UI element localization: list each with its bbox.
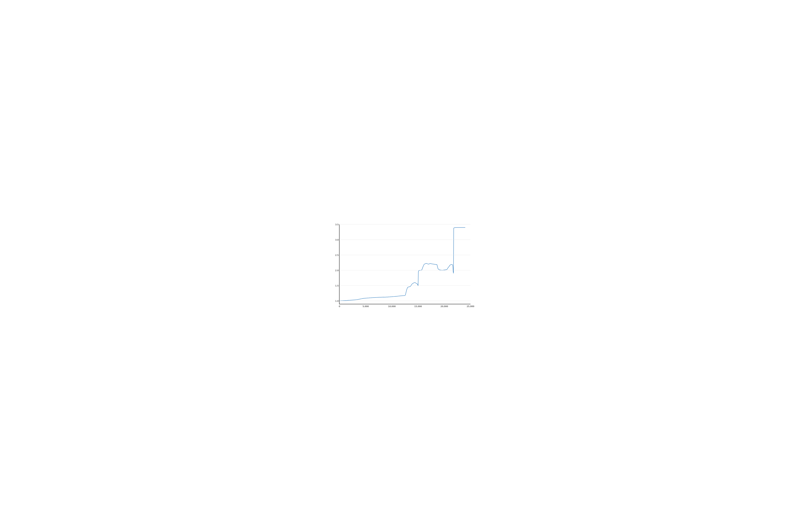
chart-svg — [340, 225, 471, 304]
chart-container: 1.01.52.02.53.03.505,00010,00015,00020,0… — [324, 216, 474, 316]
y-tick-label: 2.5 — [335, 254, 339, 256]
chart-line-path — [340, 227, 465, 301]
y-gridline — [340, 240, 471, 240]
x-tick-label: 5,000 — [363, 305, 369, 307]
y-gridline — [340, 301, 471, 301]
x-tick-label: 20,000 — [440, 305, 448, 307]
y-tick-label: 3.5 — [335, 223, 339, 226]
x-tick-label: 0 — [339, 305, 340, 307]
x-tick-label: 15,000 — [414, 305, 422, 307]
y-tick-label: 3.0 — [335, 239, 339, 241]
chart-area: 1.01.52.02.53.03.505,00010,00015,00020,0… — [339, 225, 471, 304]
y-tick-label: 1.5 — [335, 284, 339, 287]
y-gridline — [340, 224, 471, 225]
y-gridline — [340, 255, 471, 255]
x-tick-label: 10,000 — [388, 305, 396, 307]
x-tick-label: 25,000 — [467, 305, 474, 307]
y-tick-label: 1.0 — [335, 300, 339, 302]
y-tick-label: 2.0 — [335, 269, 339, 271]
y-gridline — [340, 270, 471, 270]
y-gridline — [340, 285, 471, 286]
